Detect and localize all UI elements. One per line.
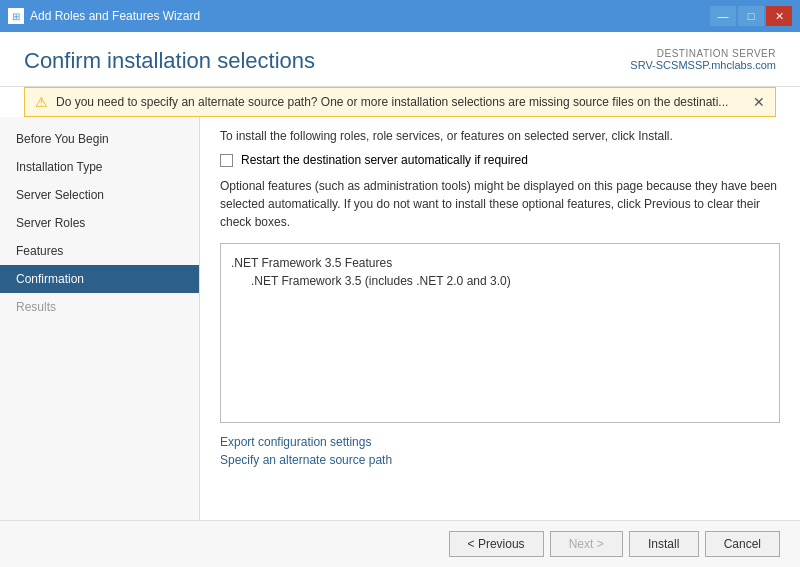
title-bar-left: ⊞ Add Roles and Features Wizard (8, 8, 200, 24)
sidebar-item-features[interactable]: Features (0, 237, 199, 265)
link-section: Export configuration settings Specify an… (220, 435, 780, 467)
export-link[interactable]: Export configuration settings (220, 435, 780, 449)
maximize-button[interactable]: □ (738, 6, 764, 26)
feature-item-1: .NET Framework 3.5 Features (231, 254, 769, 272)
destination-server: DESTINATION SERVER SRV-SCSMSSP.mhclabs.c… (630, 48, 776, 71)
sidebar-item-installation-type[interactable]: Installation Type (0, 153, 199, 181)
warning-close-button[interactable]: ✕ (753, 94, 765, 110)
feature-item-2: .NET Framework 3.5 (includes .NET 2.0 an… (231, 272, 769, 290)
restart-option: Restart the destination server automatic… (220, 153, 780, 167)
intro-text: To install the following roles, role ser… (220, 129, 780, 143)
destination-label: DESTINATION SERVER (630, 48, 776, 59)
features-box: .NET Framework 3.5 Features .NET Framewo… (220, 243, 780, 423)
wizard-header: Confirm installation selections DESTINAT… (0, 32, 800, 87)
destination-name: SRV-SCSMSSP.mhclabs.com (630, 59, 776, 71)
minimize-button[interactable]: — (710, 6, 736, 26)
sidebar: Before You Begin Installation Type Serve… (0, 117, 200, 520)
next-button[interactable]: Next > (550, 531, 623, 557)
install-button[interactable]: Install (629, 531, 699, 557)
content-panel: To install the following roles, role ser… (200, 117, 800, 520)
window-title: Add Roles and Features Wizard (30, 9, 200, 23)
sidebar-item-server-selection[interactable]: Server Selection (0, 181, 199, 209)
app-icon: ⊞ (8, 8, 24, 24)
wizard-container: Confirm installation selections DESTINAT… (0, 32, 800, 567)
previous-button[interactable]: < Previous (449, 531, 544, 557)
wizard-footer: < Previous Next > Install Cancel (0, 520, 800, 567)
title-bar: ⊞ Add Roles and Features Wizard — □ ✕ (0, 0, 800, 32)
restart-checkbox[interactable] (220, 154, 233, 167)
sidebar-item-results: Results (0, 293, 199, 321)
warning-text: Do you need to specify an alternate sour… (56, 95, 745, 109)
wizard-body: Before You Begin Installation Type Serve… (0, 117, 800, 520)
restart-label: Restart the destination server automatic… (241, 153, 528, 167)
cancel-button[interactable]: Cancel (705, 531, 780, 557)
warning-icon: ⚠ (35, 94, 48, 110)
sidebar-item-before-you-begin[interactable]: Before You Begin (0, 125, 199, 153)
sidebar-item-confirmation[interactable]: Confirmation (0, 265, 199, 293)
source-path-link[interactable]: Specify an alternate source path (220, 453, 780, 467)
window-controls: — □ ✕ (710, 6, 792, 26)
warning-bar: ⚠ Do you need to specify an alternate so… (24, 87, 776, 117)
sidebar-item-server-roles[interactable]: Server Roles (0, 209, 199, 237)
close-button[interactable]: ✕ (766, 6, 792, 26)
page-title: Confirm installation selections (24, 48, 315, 74)
optional-text: Optional features (such as administratio… (220, 177, 780, 231)
